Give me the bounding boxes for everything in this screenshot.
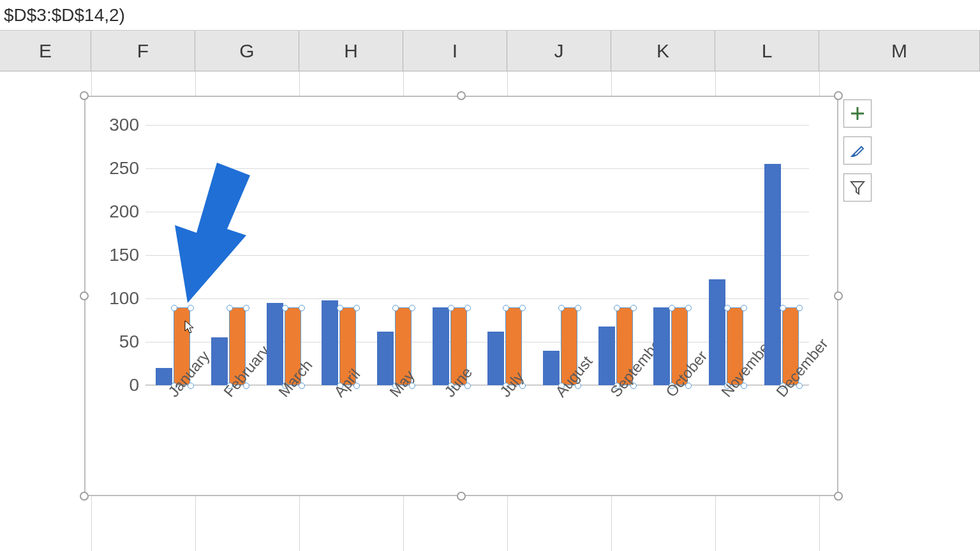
column-header-H[interactable]: H	[299, 31, 403, 71]
series-selection-handle[interactable]	[780, 305, 786, 311]
bar-series1[interactable]	[764, 164, 781, 385]
category-group	[699, 125, 754, 385]
column-header-M[interactable]: M	[819, 31, 980, 71]
selection-handle[interactable]	[457, 492, 466, 501]
plot-area[interactable]: 050100150200250300JanuaryFebruaryMarchAp…	[145, 125, 809, 385]
category-group	[311, 125, 367, 385]
column-header-J[interactable]: J	[507, 31, 611, 71]
category-group	[256, 125, 311, 385]
bar-series1[interactable]	[211, 337, 228, 385]
category-group	[422, 125, 477, 385]
bar-series1[interactable]	[709, 279, 725, 385]
series-selection-handle[interactable]	[464, 305, 471, 311]
category-group	[643, 125, 699, 385]
category-group	[201, 125, 256, 385]
column-header-I[interactable]: I	[403, 31, 507, 71]
bar-series1[interactable]	[543, 351, 560, 385]
series-selection-handle[interactable]	[282, 305, 288, 311]
category-group	[145, 125, 201, 385]
series-selection-handle[interactable]	[409, 305, 415, 311]
y-tick-label: 200	[109, 202, 139, 222]
series-selection-handle[interactable]	[796, 305, 803, 311]
column-header-G[interactable]: G	[195, 31, 299, 71]
category-group	[754, 125, 809, 385]
selection-handle[interactable]	[834, 492, 843, 501]
brush-icon	[849, 142, 866, 159]
series-selection-handle[interactable]	[685, 305, 692, 311]
column-header-F[interactable]: F	[91, 31, 195, 71]
series-selection-handle[interactable]	[226, 305, 233, 311]
category-group	[477, 125, 533, 385]
selection-handle[interactable]	[80, 291, 89, 300]
y-tick-label: 100	[109, 288, 139, 309]
series-selection-handle[interactable]	[503, 305, 509, 311]
selection-handle[interactable]	[457, 91, 466, 100]
bar-series1[interactable]	[267, 303, 283, 385]
bar-series1[interactable]	[433, 307, 449, 385]
series-selection-handle[interactable]	[669, 305, 675, 311]
bar-series1[interactable]	[653, 307, 670, 385]
column-header-L[interactable]: L	[715, 31, 819, 71]
series-selection-handle[interactable]	[392, 305, 399, 311]
series-selection-handle[interactable]	[243, 305, 249, 311]
column-header-K[interactable]: K	[611, 31, 715, 71]
y-tick-label: 0	[129, 375, 139, 395]
y-tick-label: 250	[109, 158, 139, 179]
column-header-E[interactable]: E	[0, 31, 91, 71]
series-selection-handle[interactable]	[353, 305, 360, 311]
series-selection-handle[interactable]	[519, 305, 526, 311]
formula-bar[interactable]: $D$3:$D$14,2)	[0, 0, 980, 31]
series-selection-handle[interactable]	[337, 305, 343, 311]
series-selection-handle[interactable]	[188, 305, 194, 311]
category-group	[367, 125, 422, 385]
y-tick-label: 150	[109, 245, 139, 265]
funnel-icon	[849, 179, 866, 196]
chart-elements-button[interactable]	[843, 99, 872, 128]
series-selection-handle[interactable]	[171, 305, 177, 311]
series-selection-handle[interactable]	[724, 305, 731, 311]
series-selection-handle[interactable]	[448, 305, 454, 311]
series-selection-handle[interactable]	[558, 305, 565, 311]
formula-bar-text: $D$3:$D$14,2)	[4, 5, 125, 26]
series-selection-handle[interactable]	[614, 305, 620, 311]
y-tick-label: 300	[109, 115, 139, 135]
bar-series1[interactable]	[322, 300, 338, 385]
series-selection-handle[interactable]	[630, 305, 637, 311]
bar-series1[interactable]	[487, 332, 504, 385]
series-selection-handle[interactable]	[299, 305, 305, 311]
chart-filters-button[interactable]	[843, 173, 872, 202]
chart-styles-button[interactable]	[843, 136, 872, 165]
category-group	[588, 125, 643, 385]
column-headers-row: EFGHIJKLM	[0, 31, 980, 71]
bar-series1[interactable]	[377, 332, 394, 385]
bar-series1[interactable]	[598, 327, 615, 385]
chart-object[interactable]: 050100150200250300JanuaryFebruaryMarchAp…	[84, 96, 838, 496]
series-selection-handle[interactable]	[575, 305, 581, 311]
category-group	[533, 125, 588, 385]
series-selection-handle[interactable]	[741, 305, 747, 311]
selection-handle[interactable]	[80, 492, 89, 501]
selection-handle[interactable]	[80, 91, 89, 100]
selection-handle[interactable]	[834, 91, 843, 100]
plus-icon	[849, 105, 866, 122]
selection-handle[interactable]	[834, 291, 843, 300]
y-tick-label: 50	[119, 332, 139, 352]
